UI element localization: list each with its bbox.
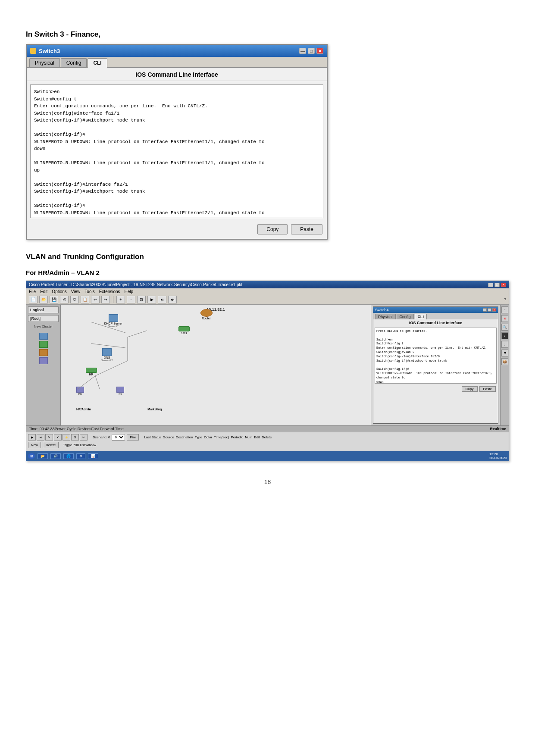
tool-zoom-out[interactable]: - xyxy=(127,296,135,303)
tab-config[interactable]: Config xyxy=(61,58,87,67)
router-icon xyxy=(200,309,213,317)
paste-button[interactable]: Paste xyxy=(291,224,322,234)
sw4-copy-btn[interactable]: Copy xyxy=(462,386,478,392)
pc2-icon xyxy=(116,387,124,393)
taskbar-app-5[interactable]: 📊 xyxy=(88,453,98,459)
tool-save[interactable]: 💾 xyxy=(50,296,58,303)
new-cluster-btn[interactable]: New Cluster xyxy=(28,325,59,328)
new-pdu-btn[interactable]: New xyxy=(28,442,41,448)
taskbar-app-3[interactable]: 🌐 xyxy=(63,453,74,459)
sw4-paste-btn[interactable]: Paste xyxy=(479,386,496,392)
pt-canvas[interactable]: 10.11.52.1 Router DHCP Server Server-IT … xyxy=(61,305,371,425)
rt-btn-1[interactable]: ↑ xyxy=(501,306,508,313)
hr-switch-label: HR xyxy=(86,373,97,376)
menu-help[interactable]: Help xyxy=(125,289,134,294)
svg-line-1 xyxy=(91,344,125,348)
pc-node-1: PC xyxy=(76,387,84,395)
menu-extensions[interactable]: Extensions xyxy=(99,289,120,294)
help-icon: ? xyxy=(504,297,506,302)
tool-redo[interactable]: ↪ xyxy=(101,296,110,303)
tool-print[interactable]: 🖨 xyxy=(60,296,69,303)
logical-mode-btn[interactable]: Logical xyxy=(28,306,59,313)
menu-view[interactable]: View xyxy=(71,289,81,294)
pt-right-section: Switch4 — □ ✕ Physical Config CLI IOS Co… xyxy=(371,305,509,425)
sw4-tab-config[interactable]: Config xyxy=(397,314,414,319)
sw4-max-btn[interactable]: □ xyxy=(488,308,491,312)
tool-new[interactable]: 📄 xyxy=(29,296,38,303)
tool-undo[interactable]: ↩ xyxy=(91,296,100,303)
cli-output[interactable]: Switch>en Switch#config t Enter configur… xyxy=(30,84,323,218)
start-btn[interactable]: ⊞ xyxy=(28,453,35,459)
taskbar-icon-1: 📂 xyxy=(41,454,45,458)
root-nav-btn[interactable]: [Root] xyxy=(28,315,59,322)
sim-btn-1[interactable]: ▶ xyxy=(28,434,36,440)
tab-cli[interactable]: CLI xyxy=(88,58,107,68)
close-button[interactable]: ✕ xyxy=(316,48,323,54)
maximize-button[interactable]: □ xyxy=(308,48,315,54)
pt-close-btn[interactable]: ✕ xyxy=(501,283,506,287)
rt-btn-7[interactable]: 📦 xyxy=(501,358,508,365)
pc1-label: PC xyxy=(76,393,84,395)
tab-physical[interactable]: Physical xyxy=(29,58,60,67)
tool-open[interactable]: 📂 xyxy=(39,296,48,303)
sim-row-2: New Delete Toggle PDU List Window xyxy=(28,442,507,448)
sim-btn-7[interactable]: ✂ xyxy=(80,434,88,440)
sim-btn-2[interactable]: ⏯ xyxy=(37,434,44,440)
switch1-node: Sw1 xyxy=(178,326,190,334)
pt-maximize-btn[interactable]: □ xyxy=(494,283,500,287)
scenario-dropdown[interactable]: 0 xyxy=(112,434,125,440)
sw4-min-btn[interactable]: — xyxy=(483,308,487,312)
sw4-close-btn[interactable]: ✕ xyxy=(492,308,496,312)
power-cycle-btn[interactable]: Power Cycle Devices xyxy=(55,427,91,431)
sw4-tab-physical[interactable]: Physical xyxy=(375,314,396,319)
sim-btn-6[interactable]: S xyxy=(71,434,79,440)
taskbar-app-2[interactable]: 🔊 xyxy=(50,453,61,459)
minimize-button[interactable]: — xyxy=(299,48,306,54)
switch-palette-icon[interactable] xyxy=(39,341,48,348)
taskbar-app-1[interactable]: 📂 xyxy=(38,453,48,459)
rt-btn-3[interactable]: 🔍 xyxy=(501,324,508,331)
hr-switch-icon xyxy=(86,368,97,373)
realtime-btn[interactable]: Realtime xyxy=(490,427,506,431)
switch4-cli-output[interactable]: Press RETURN to get started. Switch>en S… xyxy=(375,328,497,384)
fast-forward-btn[interactable]: Fast Forward Time xyxy=(91,427,124,431)
cli-header: IOS Command Line Interface xyxy=(27,68,327,81)
router-palette-icon[interactable] xyxy=(39,349,48,356)
menu-options[interactable]: Options xyxy=(52,289,66,294)
sw4-tab-cli[interactable]: CLI xyxy=(415,314,427,319)
sim-btn-5[interactable]: ⚡ xyxy=(63,434,70,440)
pt-taskbar: ⊞ 📂 🔊 🌐 ⚙ 📊 13:28 28-06-2023 xyxy=(26,451,509,461)
tool-fit[interactable]: ⊡ xyxy=(137,296,146,303)
pc-palette-icon[interactable] xyxy=(39,357,48,364)
tool-zoom-in[interactable]: + xyxy=(116,296,125,303)
tool-paste[interactable]: 📋 xyxy=(81,296,89,303)
menu-edit[interactable]: Edit xyxy=(40,289,47,294)
toggle-pdu-btn[interactable]: Toggle PDU List Window xyxy=(63,444,96,447)
taskbar-app-4[interactable]: ⚙ xyxy=(76,453,85,459)
delete-pdu-btn[interactable]: Delete xyxy=(43,442,59,448)
menu-file[interactable]: File xyxy=(29,289,36,294)
tool-custom2[interactable]: ⏯ xyxy=(158,296,166,303)
server-palette-icon[interactable] xyxy=(39,333,48,340)
rt-btn-4[interactable]: ▪ xyxy=(501,332,508,339)
tool-custom3[interactable]: ⏭ xyxy=(168,296,177,303)
edit-label: Edit xyxy=(254,435,260,439)
sim-controls: ▶ ⏯ ✎ ✔ ⚡ S ✂ Scenario: 0 0 Fire Last St… xyxy=(28,434,507,440)
pt-main: Logical [Root] New Cluster 10.11.52.1 Ro… xyxy=(26,305,509,425)
pt-minimize-btn[interactable]: — xyxy=(488,283,493,287)
rt-btn-5[interactable]: ↕ xyxy=(501,341,508,348)
switch4-controls: — □ ✕ xyxy=(483,308,496,312)
rt-btn-6[interactable]: ⚑ xyxy=(501,350,508,356)
copy-button[interactable]: Copy xyxy=(257,224,288,234)
menu-tools[interactable]: Tools xyxy=(84,289,94,294)
status-labels: Last Status Source Destination Type Colo… xyxy=(144,435,272,439)
sim-btn-4[interactable]: ✔ xyxy=(54,434,62,440)
tool-copy[interactable]: © xyxy=(70,296,79,303)
fire-btn[interactable]: Fire xyxy=(127,434,139,440)
dhcp-server-node: DHCP Server Server-IT xyxy=(104,314,122,328)
taskbar-icon-2: 🔊 xyxy=(53,454,58,458)
sim-btn-3[interactable]: ✎ xyxy=(45,434,53,440)
rt-btn-2[interactable]: ✕ xyxy=(501,315,508,322)
tool-custom1[interactable]: ▶ xyxy=(147,296,156,303)
switch1-icon xyxy=(178,326,190,331)
